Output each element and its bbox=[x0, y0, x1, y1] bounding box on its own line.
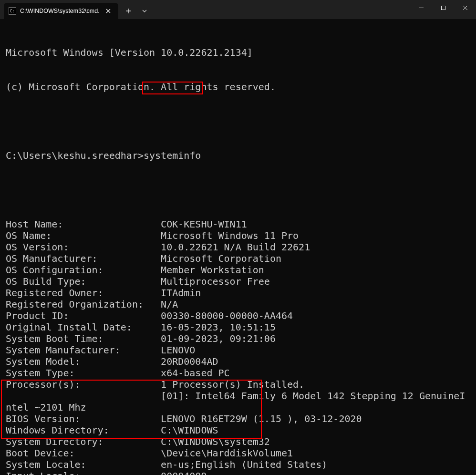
cmd-icon: C: bbox=[9, 7, 16, 15]
tab-dropdown-button[interactable] bbox=[136, 3, 153, 19]
blank-line bbox=[6, 184, 470, 196]
prompt-line: C:\Users\keshu.sreedhar>systeminfo bbox=[6, 150, 470, 161]
titlebar: C: C:\WINDOWS\system32\cmd. bbox=[0, 0, 476, 19]
tab-title: C:\WINDOWS\system32\cmd. bbox=[20, 8, 100, 14]
output-row: System Manufacturer: LENOVO bbox=[6, 344, 470, 356]
output-row: System Model: 20RD0004AD bbox=[6, 356, 470, 367]
terminal-tab[interactable]: C: C:\WINDOWS\system32\cmd. bbox=[4, 3, 118, 19]
minimize-button[interactable] bbox=[410, 0, 432, 15]
blank-line bbox=[6, 115, 470, 127]
tab-close-button[interactable] bbox=[103, 6, 114, 16]
output-row: [01]: Intel64 Family 6 Model 142 Steppin… bbox=[6, 390, 470, 402]
svg-rect-6 bbox=[441, 6, 445, 10]
new-tab-button[interactable] bbox=[120, 3, 136, 19]
window-controls bbox=[410, 0, 476, 19]
maximize-button[interactable] bbox=[432, 0, 454, 15]
output-row: System Type: x64-based PC bbox=[6, 367, 470, 379]
output-row: OS Build Type: Multiprocessor Free bbox=[6, 276, 470, 287]
output-row: Input Locale: 00004009 bbox=[6, 470, 470, 475]
output-row: Host Name: COK-KESHU-WIN11 bbox=[6, 218, 470, 230]
output-row: BIOS Version: LENOVO R16ET29W (1.15 ), 0… bbox=[6, 413, 470, 424]
output-row-wrap: ntel ~2101 Mhz bbox=[6, 402, 470, 413]
output-row: Windows Directory: C:\WINDOWS bbox=[6, 424, 470, 436]
output-row: Processor(s): 1 Processor(s) Installed. bbox=[6, 379, 470, 390]
banner-line: Microsoft Windows [Version 10.0.22621.21… bbox=[6, 47, 470, 58]
output-row: OS Version: 10.0.22621 N/A Build 22621 bbox=[6, 241, 470, 253]
prompt-text: C:\Users\keshu.sreedhar> bbox=[6, 150, 144, 161]
close-window-button[interactable] bbox=[454, 0, 476, 15]
copyright-line: (c) Microsoft Corporation. All rights re… bbox=[6, 81, 470, 93]
output-row: OS Configuration: Member Workstation bbox=[6, 264, 470, 276]
output-row: Original Install Date: 16-05-2023, 10:51… bbox=[6, 321, 470, 333]
output-row: Registered Owner: ITAdmin bbox=[6, 287, 470, 299]
output-row: System Locale: en-us;English (United Sta… bbox=[6, 459, 470, 470]
output-row: OS Name: Microsoft Windows 11 Pro bbox=[6, 230, 470, 241]
output-row: Product ID: 00330-80000-00000-AA464 bbox=[6, 310, 470, 321]
systeminfo-output: Host Name: COK-KESHU-WIN11OS Name: Micro… bbox=[6, 218, 470, 475]
output-row: System Directory: C:\WINDOWS\system32 bbox=[6, 436, 470, 447]
output-row: Boot Device: \Device\HarddiskVolume1 bbox=[6, 447, 470, 459]
output-row: Registered Organization: N/A bbox=[6, 299, 470, 310]
output-row: System Boot Time: 01-09-2023, 09:21:06 bbox=[6, 333, 470, 344]
output-row: OS Manufacturer: Microsoft Corporation bbox=[6, 253, 470, 264]
command-text: systeminfo bbox=[144, 150, 201, 161]
svg-text:C:: C: bbox=[10, 9, 15, 13]
terminal-output[interactable]: Microsoft Windows [Version 10.0.22621.21… bbox=[0, 19, 476, 475]
